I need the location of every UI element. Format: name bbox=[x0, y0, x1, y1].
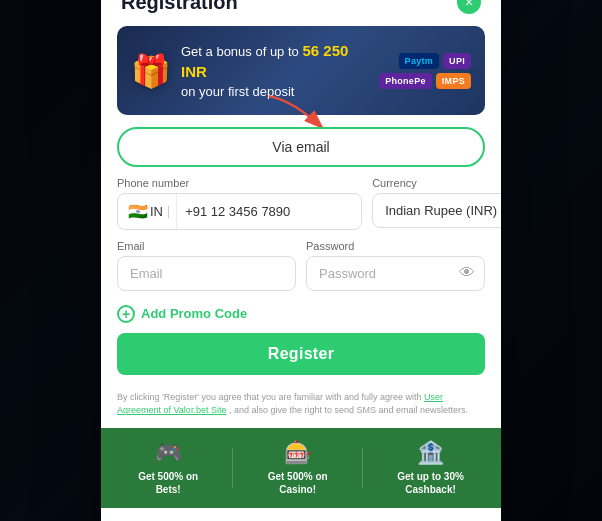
email-group: Email bbox=[117, 240, 296, 291]
phone-input[interactable] bbox=[177, 195, 361, 228]
bonus-text-prefix: Get a bonus of up to 56 250 INR bbox=[181, 40, 351, 82]
casino-bonus-text: Get 500% onCasino! bbox=[268, 470, 328, 496]
bonus-left: 🎁 Get a bonus of up to 56 250 INR on you… bbox=[131, 40, 351, 101]
form-row-phone-currency: Phone number 🇮🇳 IN | Currency bbox=[117, 177, 485, 230]
currency-input[interactable] bbox=[373, 194, 501, 227]
password-input-wrap: 👁 bbox=[306, 256, 485, 291]
bonus-text-suffix: on your first deposit bbox=[181, 83, 351, 101]
promo-section: + Add Promo Code bbox=[101, 301, 501, 333]
paytm-badge: Paytm bbox=[399, 53, 440, 69]
signin-bar: I already have an account Sign In → bbox=[101, 508, 501, 521]
footer-divider-1 bbox=[232, 448, 233, 488]
casino-bonus-icon: 🎰 bbox=[284, 440, 311, 466]
register-section: Register bbox=[101, 333, 501, 385]
phone-flag[interactable]: 🇮🇳 IN | bbox=[118, 194, 177, 229]
promo-plus-icon: + bbox=[117, 305, 135, 323]
email-input[interactable] bbox=[117, 256, 296, 291]
cashback-bonus-icon: 🏦 bbox=[417, 440, 444, 466]
phone-label: Phone number bbox=[117, 177, 362, 189]
bets-bonus-text: Get 500% onBets! bbox=[138, 470, 198, 496]
footer-bonus-casino: 🎰 Get 500% onCasino! bbox=[268, 440, 328, 496]
modal-footer: 🎮 Get 500% onBets! 🎰 Get 500% onCasino! … bbox=[101, 428, 501, 508]
bonus-text-block: Get a bonus of up to 56 250 INR on your … bbox=[181, 40, 351, 101]
flag-divider: | bbox=[167, 204, 170, 218]
password-label: Password bbox=[306, 240, 485, 252]
imps-badge: IMPS bbox=[436, 73, 471, 89]
payment-icons: Paytm UPI PhonePe IMPS bbox=[351, 53, 471, 89]
bonus-banner: 🎁 Get a bonus of up to 56 250 INR on you… bbox=[117, 26, 485, 115]
phone-group: Phone number 🇮🇳 IN | bbox=[117, 177, 362, 230]
currency-input-wrap[interactable]: ⋮ bbox=[372, 193, 501, 228]
bets-bonus-icon: 🎮 bbox=[155, 440, 182, 466]
upi-badge: UPI bbox=[443, 53, 471, 69]
currency-group: Currency ⋮ bbox=[372, 177, 501, 230]
email-label: Email bbox=[117, 240, 296, 252]
register-button[interactable]: Register bbox=[117, 333, 485, 375]
footer-bonus-bets: 🎮 Get 500% onBets! bbox=[138, 440, 198, 496]
terms-section: By clicking 'Register' you agree that yo… bbox=[101, 385, 501, 428]
tab-wrapper: Via email bbox=[117, 127, 485, 167]
flag-emoji: 🇮🇳 bbox=[128, 202, 148, 221]
footer-divider-2 bbox=[362, 448, 363, 488]
registration-modal: Registration × 🎁 Get a bonus of up to 56… bbox=[101, 0, 501, 521]
tab-section: Via email bbox=[101, 127, 501, 177]
currency-label: Currency bbox=[372, 177, 501, 189]
password-group: Password 👁 bbox=[306, 240, 485, 291]
add-promo-button[interactable]: + Add Promo Code bbox=[117, 305, 247, 323]
close-button[interactable]: × bbox=[457, 0, 481, 14]
cashback-bonus-text: Get up to 30%Cashback! bbox=[397, 470, 464, 496]
footer-bonus-cashback: 🏦 Get up to 30%Cashback! bbox=[397, 440, 464, 496]
terms-text: By clicking 'Register' you agree that yo… bbox=[117, 391, 485, 418]
show-password-icon[interactable]: 👁 bbox=[459, 264, 475, 282]
via-email-tab[interactable]: Via email bbox=[117, 127, 485, 167]
modal-title: Registration bbox=[121, 0, 238, 14]
country-code: IN bbox=[150, 204, 163, 219]
promo-label: Add Promo Code bbox=[141, 306, 247, 321]
modal-header: Registration × bbox=[101, 0, 501, 26]
form-section: Phone number 🇮🇳 IN | Currency bbox=[101, 177, 501, 291]
bonus-gift-icon: 🎁 bbox=[131, 52, 171, 90]
phone-input-wrap[interactable]: 🇮🇳 IN | bbox=[117, 193, 362, 230]
form-row-email-password: Email Password 👁 bbox=[117, 240, 485, 291]
phonepe-badge: PhonePe bbox=[379, 73, 432, 89]
